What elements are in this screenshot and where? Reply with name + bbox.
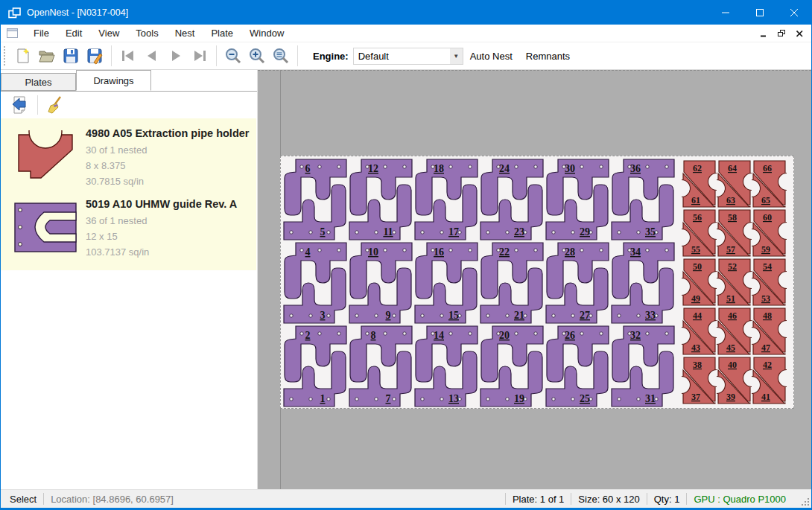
nest-part-pair-purple[interactable]: 36 35 [610,158,676,244]
svg-text:48: 48 [763,310,772,321]
nest-part-pair-purple[interactable]: 34 33 [610,241,676,328]
svg-text:8: 8 [371,330,376,341]
zoom-out-button[interactable] [221,45,245,67]
nest-part-pair-red[interactable]: 66 65 [752,159,787,211]
svg-text:15: 15 [448,310,459,321]
previous-plate-button[interactable] [140,45,164,67]
nest-part-pair-purple[interactable]: 4 3 [282,241,348,328]
next-plate-button[interactable] [164,45,188,67]
nest-part-pair-red[interactable]: 38 37 [682,356,717,408]
menu-tools[interactable]: Tools [127,25,166,41]
svg-text:37: 37 [691,392,700,402]
svg-text:16: 16 [434,246,444,258]
nest-part-pair-purple[interactable]: 14 13 [413,325,479,411]
close-button[interactable] [777,1,811,25]
nest-part-pair-purple[interactable]: 22 21 [479,241,545,328]
svg-text:32: 32 [630,330,641,341]
status-separator [647,493,647,505]
chevron-down-icon[interactable]: ▼ [450,48,463,64]
maximize-button[interactable] [743,1,777,25]
plate[interactable]: 6 5 12 11 18 17 24 23 [280,156,794,409]
nest-part-pair-purple[interactable]: 8 7 [348,325,413,411]
save-as-button[interactable] [83,45,107,67]
svg-text:13: 13 [448,393,459,404]
nest-part-pair-red[interactable]: 62 61 [682,159,717,211]
minimize-button[interactable] [708,1,743,25]
drawing-thumbnail [11,197,80,260]
drawing-list-item[interactable]: 4980 A05 Extraction pipe holder 30 of 1 … [1,123,256,194]
last-plate-button[interactable] [188,45,212,67]
remnants-button[interactable]: Remnants [519,47,577,66]
zoom-in-button[interactable] [245,45,269,67]
status-location: Location: [84.8696, 60.6957] [51,494,174,505]
new-nest-button[interactable] [11,45,35,67]
svg-text:17: 17 [448,226,459,238]
nest-part-pair-purple[interactable]: 32 31 [610,325,676,411]
svg-text:62: 62 [693,163,702,173]
status-bar: Select Location: [84.8696, 60.6957] Plat… [1,489,811,508]
zoom-fit-button[interactable] [269,45,293,67]
svg-text:49: 49 [691,293,700,304]
mdi-child-icon[interactable] [7,28,18,38]
nest-part-pair-purple[interactable]: 26 25 [545,325,610,411]
window-title: OpenNest - [N0317-004] [27,7,128,18]
nest-part-pair-red[interactable]: 58 57 [717,208,752,261]
svg-text:54: 54 [763,261,772,272]
clear-drawings-button[interactable] [43,94,67,116]
menu-view[interactable]: View [90,25,127,41]
menu-nest[interactable]: Nest [167,25,203,41]
svg-text:4: 4 [305,246,311,258]
first-plate-button[interactable] [116,45,140,67]
nest-part-pair-red[interactable]: 54 53 [752,258,787,310]
nest-part-pair-red[interactable]: 42 41 [752,356,787,408]
nest-part-pair-red[interactable]: 48 47 [752,307,787,359]
nest-part-pair-purple[interactable]: 18 17 [413,158,479,244]
nest-canvas[interactable]: 6 5 12 11 18 17 24 23 [258,70,811,492]
nest-part-pair-purple[interactable]: 6 5 [282,158,348,244]
tab-drawings[interactable]: Drawings [76,70,151,91]
nest-part-pair-red[interactable]: 40 39 [717,356,752,408]
nest-part-pair-red[interactable]: 60 59 [752,208,787,261]
mdi-close-button[interactable] [792,26,807,41]
menu-file[interactable]: File [25,25,57,41]
menu-plate[interactable]: Plate [203,25,241,41]
nest-part-pair-purple[interactable]: 12 11 [348,158,413,244]
svg-text:35: 35 [645,226,656,238]
svg-text:34: 34 [630,246,641,258]
auto-nest-button[interactable]: Auto Nest [463,47,519,66]
resize-grip[interactable] [802,498,809,506]
menu-window[interactable]: Window [241,25,292,41]
drawing-list: 4980 A05 Extraction pipe holder 30 of 1 … [1,118,256,270]
svg-text:20: 20 [499,330,510,341]
import-drawing-button[interactable] [8,94,32,116]
menu-edit[interactable]: Edit [57,25,90,41]
drawing-list-item[interactable]: 5019 A10 UHMW guide Rev. A 36 of 1 neste… [1,194,256,264]
nest-part-pair-red[interactable]: 52 51 [717,258,752,310]
engine-select[interactable]: Default ▼ [353,48,463,65]
mdi-minimize-button[interactable] [756,26,771,41]
toolbar-grip[interactable] [4,46,7,66]
nest-part-pair-red[interactable]: 46 45 [717,307,752,359]
svg-text:9: 9 [386,310,391,321]
nest-part-pair-red[interactable]: 64 63 [717,159,752,211]
svg-text:25: 25 [580,393,590,404]
nest-part-pair-purple[interactable]: 30 29 [545,158,610,244]
nest-part-pair-red[interactable]: 44 43 [682,307,717,359]
nest-part-pair-purple[interactable]: 24 23 [479,158,545,244]
tab-plates[interactable]: Plates [1,73,76,91]
status-separator [505,493,506,505]
nest-part-pair-purple[interactable]: 28 27 [545,241,610,328]
svg-text:52: 52 [728,261,737,272]
open-button[interactable] [35,45,59,67]
nest-part-pair-purple[interactable]: 2 1 [282,325,348,411]
svg-text:51: 51 [726,293,735,304]
nest-part-pair-purple[interactable]: 20 19 [479,325,545,411]
nest-part-pair-red[interactable]: 50 49 [682,258,717,310]
save-button[interactable] [59,45,83,67]
nest-part-pair-purple[interactable]: 10 9 [348,241,413,328]
nest-part-pair-red[interactable]: 56 55 [682,208,717,261]
nest-part-pair-purple[interactable]: 16 15 [413,241,479,328]
svg-text:2: 2 [305,330,311,341]
svg-text:18: 18 [434,163,444,174]
mdi-restore-button[interactable] [774,26,789,41]
